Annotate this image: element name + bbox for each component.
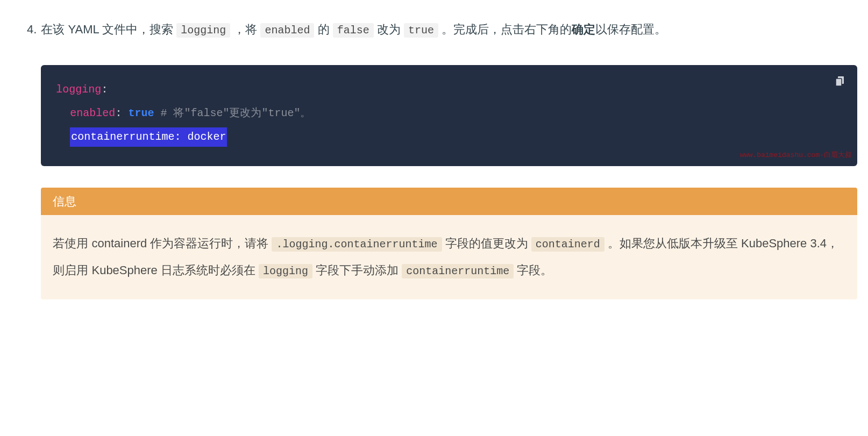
yaml-colon: : <box>174 131 187 143</box>
copy-icon[interactable] <box>834 75 846 95</box>
inline-code: false <box>333 23 374 38</box>
instruction-text: 在该 YAML 文件中，搜索 <box>41 23 176 36</box>
info-text: 若使用 containerd 作为容器运行时，请将 <box>53 237 272 250</box>
instruction-text: 以保存配置。 <box>595 23 666 36</box>
yaml-colon: : <box>101 83 108 96</box>
yaml-colon: : <box>115 107 128 119</box>
inline-code: logging <box>176 23 230 38</box>
yaml-value: docker <box>187 131 226 143</box>
yaml-value: true <box>128 107 154 119</box>
watermark-text: www.baimeidashu.com-白眉大叔 <box>740 149 852 161</box>
info-header: 信息 <box>41 188 857 215</box>
instruction-text: 的 <box>318 23 333 36</box>
instruction-text: 改为 <box>377 23 404 36</box>
yaml-comment: # 将"false"更改为"true"。 <box>154 107 311 119</box>
inline-code: true <box>404 23 438 38</box>
instruction-text: 。完成后，点击右下角的 <box>442 23 572 36</box>
code-block: logging: enabled: true # 将"false"更改为"tru… <box>41 65 857 166</box>
info-text: 字段的值更改为 <box>445 237 531 250</box>
svg-rect-1 <box>836 78 842 86</box>
instruction-paragraph: 在该 YAML 文件中，搜索 logging ，将 enabled 的 fals… <box>41 16 857 44</box>
inline-code: .logging.containerruntime <box>272 237 442 252</box>
list-content: 在该 YAML 文件中，搜索 logging ，将 enabled 的 fals… <box>41 16 857 299</box>
yaml-key: logging <box>56 83 101 96</box>
yaml-key: enabled <box>70 107 115 119</box>
inline-code: containerd <box>531 237 604 252</box>
ordered-list-item: 4. 在该 YAML 文件中，搜索 logging ，将 enabled 的 f… <box>11 16 857 299</box>
list-number: 4. <box>11 16 37 44</box>
code-line: logging: <box>56 80 842 99</box>
info-body: 若使用 containerd 作为容器运行时，请将 .logging.conta… <box>41 215 857 299</box>
info-box: 信息 若使用 containerd 作为容器运行时，请将 .logging.co… <box>41 188 857 299</box>
code-line: enabled: true # 将"false"更改为"true"。 <box>70 104 842 123</box>
info-text: 字段下手动添加 <box>316 263 402 277</box>
inline-code: enabled <box>260 23 314 38</box>
instruction-text: ，将 <box>233 23 260 36</box>
yaml-key: containerruntime <box>71 131 174 143</box>
info-text: 字段。 <box>517 263 552 277</box>
inline-code: logging <box>259 264 312 278</box>
code-line-highlighted: containerruntime: docker <box>70 127 842 147</box>
inline-code: containerruntime <box>402 264 514 278</box>
instruction-bold: 确定 <box>572 23 595 36</box>
